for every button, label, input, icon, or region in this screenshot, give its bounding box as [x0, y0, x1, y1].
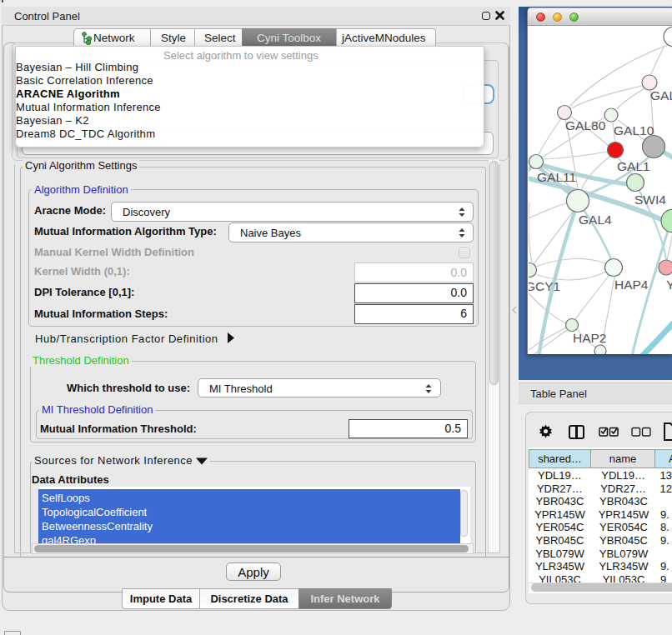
svg-text:GAL80: GAL80	[565, 118, 606, 132]
svg-text:HAP4: HAP4	[614, 278, 649, 292]
svg-text:GAL10: GAL10	[614, 123, 654, 138]
svg-text:GAL1: GAL1	[617, 159, 650, 173]
svg-text:HAP2: HAP2	[573, 331, 607, 345]
svg-text:GAL4: GAL4	[579, 212, 612, 227]
svg-text:Y: Y	[666, 278, 672, 292]
svg-text:GCY1: GCY1	[529, 279, 560, 293]
svg-text:GAL2: GAL2	[650, 88, 672, 102]
svg-text:SWI4: SWI4	[634, 192, 666, 207]
svg-text:GAL11: GAL11	[537, 170, 576, 184]
